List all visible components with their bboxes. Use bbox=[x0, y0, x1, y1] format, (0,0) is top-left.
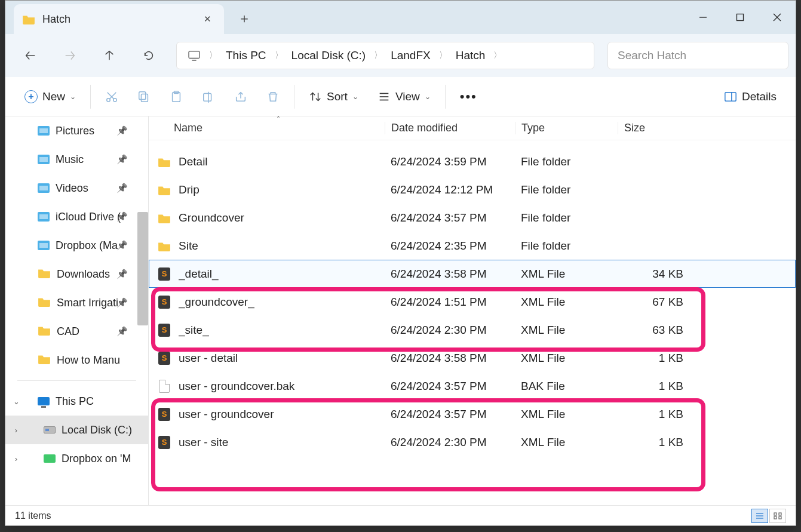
icons-view-button[interactable] bbox=[769, 509, 786, 523]
details-pane-button[interactable]: Details bbox=[717, 84, 784, 110]
sort-button[interactable]: Sort ⌄ bbox=[302, 84, 366, 110]
expand-icon[interactable]: › bbox=[10, 454, 22, 463]
new-button[interactable]: + New ⌄ bbox=[17, 84, 83, 110]
nav-dropbox-on[interactable]: › Dropbox on 'M bbox=[5, 444, 148, 473]
file-row[interactable]: user - groundcover.bak6/24/2024 3:57 PMB… bbox=[149, 372, 796, 400]
file-date: 6/24/2024 3:57 PM bbox=[391, 211, 521, 225]
svg-rect-31 bbox=[779, 513, 781, 515]
chevron-right-icon[interactable]: 〉 bbox=[272, 50, 286, 61]
file-row[interactable]: Drip6/24/2024 12:12 PMFile folder bbox=[149, 176, 796, 204]
more-button[interactable]: ••• bbox=[453, 84, 484, 110]
scrollbar-thumb[interactable] bbox=[137, 212, 148, 325]
svg-rect-25 bbox=[725, 92, 736, 101]
new-tab-button[interactable]: ＋ bbox=[232, 7, 256, 30]
chevron-down-icon: ⌄ bbox=[425, 93, 431, 101]
file-date: 6/24/2024 3:59 PM bbox=[391, 155, 521, 168]
xml-file-icon: S bbox=[156, 436, 173, 449]
column-size[interactable]: Size bbox=[618, 122, 689, 134]
up-button[interactable] bbox=[91, 42, 127, 69]
folder-icon bbox=[156, 156, 173, 167]
pin-icon: 📌 bbox=[116, 154, 128, 165]
file-type: File folder bbox=[521, 183, 624, 196]
details-view-button[interactable] bbox=[751, 509, 768, 523]
nav-pinned-item[interactable]: CAD📌 bbox=[5, 317, 148, 346]
breadcrumb-bar[interactable]: 〉 This PC 〉 Local Disk (C:) 〉 LandFX 〉 H… bbox=[176, 42, 594, 69]
paste-button[interactable] bbox=[162, 84, 190, 110]
dropbox-icon bbox=[44, 454, 56, 463]
file-date: 6/24/2024 2:30 PM bbox=[391, 324, 521, 337]
breadcrumb-local-disk[interactable]: Local Disk (C:) bbox=[286, 42, 372, 69]
chevron-right-icon[interactable]: 〉 bbox=[491, 50, 504, 61]
copy-button[interactable] bbox=[130, 84, 158, 110]
svg-rect-30 bbox=[774, 513, 777, 515]
file-name: Drip bbox=[179, 183, 391, 196]
file-name: _site_ bbox=[179, 324, 391, 337]
delete-button[interactable] bbox=[259, 84, 287, 110]
file-type: XML File bbox=[521, 436, 624, 449]
file-name: Groundcover bbox=[179, 211, 391, 225]
file-date: 6/24/2024 3:57 PM bbox=[391, 380, 521, 393]
nav-pinned-item[interactable]: Music📌 bbox=[5, 145, 148, 174]
file-row[interactable]: Suser - site6/24/2024 2:30 PMXML File1 K… bbox=[149, 428, 796, 456]
svg-rect-7 bbox=[189, 51, 200, 59]
file-row[interactable]: Suser - groundcover6/24/2024 3:57 PMXML … bbox=[149, 400, 796, 428]
nav-pinned-item[interactable]: Videos📌 bbox=[5, 174, 148, 202]
file-size: 67 KB bbox=[624, 296, 689, 309]
breadcrumb-landfx[interactable]: LandFX bbox=[385, 42, 437, 69]
active-tab[interactable]: Hatch ✕ bbox=[14, 4, 224, 34]
file-list: ˄ Name Date modified Type Size Detail6/2… bbox=[149, 116, 796, 505]
cut-button[interactable] bbox=[98, 84, 125, 110]
breadcrumb-hatch[interactable]: Hatch bbox=[450, 42, 492, 69]
chevron-right-icon[interactable]: 〉 bbox=[207, 50, 220, 61]
close-tab-icon[interactable]: ✕ bbox=[199, 11, 216, 27]
nav-item-label: CAD bbox=[57, 325, 79, 338]
search-input[interactable]: Search Hatch bbox=[607, 42, 788, 69]
nav-pinned-item[interactable]: Downloads📌 bbox=[5, 260, 148, 288]
maximize-button[interactable] bbox=[722, 1, 759, 34]
navigation-pane[interactable]: Pictures📌Music📌Videos📌iCloud Drive (📌Dro… bbox=[5, 116, 149, 505]
expand-icon[interactable]: › bbox=[10, 426, 22, 435]
nav-pinned-item[interactable]: iCloud Drive (📌 bbox=[5, 202, 148, 231]
nav-local-disk[interactable]: › Local Disk (C:) bbox=[5, 416, 148, 444]
chevron-right-icon[interactable]: 〉 bbox=[372, 50, 385, 61]
file-row[interactable]: Groundcover6/24/2024 3:57 PMFile folder bbox=[149, 204, 796, 232]
file-row[interactable]: Suser - detail6/24/2024 3:58 PMXML File1… bbox=[149, 344, 796, 372]
svg-rect-33 bbox=[779, 516, 781, 519]
expand-icon[interactable]: ⌄ bbox=[10, 397, 22, 406]
file-row[interactable]: S_detail_6/24/2024 3:58 PMXML File34 KB bbox=[149, 260, 796, 288]
file-date: 6/24/2024 2:35 PM bbox=[391, 239, 521, 253]
nav-pinned-item[interactable]: How to Manu bbox=[5, 346, 148, 374]
file-date: 6/24/2024 3:58 PM bbox=[391, 352, 521, 365]
file-date: 6/24/2024 3:57 PM bbox=[391, 408, 521, 421]
nav-pinned-item[interactable]: Pictures📌 bbox=[5, 116, 148, 145]
breadcrumb-this-pc[interactable]: This PC bbox=[220, 42, 272, 69]
file-name: _groundcover_ bbox=[179, 296, 391, 309]
column-name[interactable]: Name bbox=[149, 122, 385, 134]
share-button[interactable] bbox=[227, 84, 254, 110]
nav-pinned-item[interactable]: Smart Irrigati📌 bbox=[5, 288, 148, 317]
refresh-button[interactable] bbox=[131, 42, 167, 69]
column-type[interactable]: Type bbox=[515, 122, 618, 134]
body-area: Pictures📌Music📌Videos📌iCloud Drive (📌Dro… bbox=[5, 116, 796, 505]
nav-pinned-item[interactable]: Dropbox (Ma📌 bbox=[5, 231, 148, 260]
column-date[interactable]: Date modified bbox=[385, 122, 515, 134]
pin-icon: 📌 bbox=[116, 183, 128, 193]
minimize-button[interactable] bbox=[685, 1, 722, 34]
nav-this-pc[interactable]: ⌄ This PC bbox=[5, 387, 148, 416]
file-name: _detail_ bbox=[179, 267, 391, 281]
nav-item-label: Music bbox=[56, 153, 84, 166]
file-row[interactable]: S_groundcover_6/24/2024 1:51 PMXML File6… bbox=[149, 288, 796, 316]
forward-button[interactable] bbox=[52, 42, 88, 69]
file-row[interactable]: Detail6/24/2024 3:59 PMFile folder bbox=[149, 147, 796, 176]
back-button[interactable] bbox=[13, 42, 48, 69]
file-row[interactable]: Site6/24/2024 2:35 PMFile folder bbox=[149, 232, 796, 260]
file-size: 1 KB bbox=[624, 408, 689, 421]
rename-button[interactable] bbox=[195, 84, 222, 110]
file-icon bbox=[156, 380, 173, 393]
file-row[interactable]: S_site_6/24/2024 2:30 PMXML File63 KB bbox=[149, 316, 796, 344]
file-size: 1 KB bbox=[624, 380, 689, 393]
folder-icon bbox=[156, 184, 173, 195]
close-window-button[interactable] bbox=[759, 1, 796, 34]
view-button[interactable]: View ⌄ bbox=[370, 84, 438, 110]
chevron-right-icon[interactable]: 〉 bbox=[437, 50, 450, 61]
